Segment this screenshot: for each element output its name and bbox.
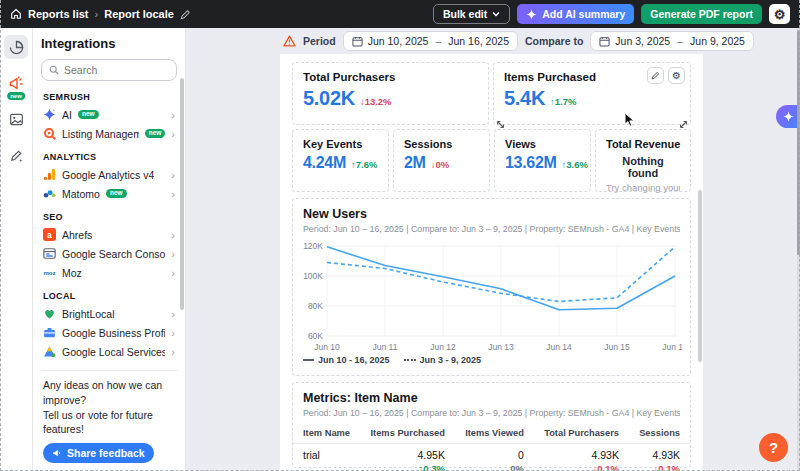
rail-ai-writer-button[interactable]: [4, 143, 28, 167]
sidebar-item-matomo[interactable]: Matomonew›: [41, 184, 177, 203]
column-header-item-name[interactable]: Item Name: [293, 423, 360, 444]
table-row[interactable]: trial4.95K↑0.3%00%4.93K↓0.1%4.93K↓0.1%: [293, 444, 690, 471]
resize-handle-icon[interactable]: [496, 120, 505, 129]
sidebar-item-label: Matomo: [62, 188, 100, 200]
sidebar-item-google-local-services-ads[interactable]: Google Local Services Ads›: [41, 342, 177, 361]
calendar-icon: [599, 36, 610, 47]
svg-text:Jun 16: Jun 16: [662, 342, 682, 352]
total-revenue-widget[interactable]: Total Revenue Nothing found Try changing…: [595, 129, 691, 192]
compare-end: Jun 9, 2025: [690, 35, 745, 47]
sidebar-item-label: Google Local Services Ads: [62, 346, 165, 358]
brightlocal-icon: [43, 307, 56, 320]
metrics-table: Item NameItems PurchasedItems ViewedTota…: [293, 423, 690, 471]
breadcrumb-reports-list[interactable]: Reports list: [28, 8, 89, 20]
svg-text:a: a: [47, 230, 52, 240]
period-start: Jun 10, 2025: [368, 35, 429, 47]
sidebar-item-listing-management[interactable]: Listing Managementnew›: [41, 124, 177, 143]
chevron-right-icon: ›: [171, 128, 175, 140]
compare-to-label: Compare to: [525, 35, 583, 47]
sessions-widget[interactable]: Sessions 2M ↓0%: [393, 129, 490, 192]
rail-new-badge: new: [6, 91, 26, 101]
gear-icon: ⚙: [774, 8, 786, 21]
sidebar-item-label: Google Search Console: [62, 248, 165, 260]
compare-date-range[interactable]: Jun 3, 2025 – Jun 9, 2025: [590, 31, 754, 51]
sidebar-item-google-business-profile[interactable]: Google Business Profile›: [41, 323, 177, 342]
items-purchased-widget[interactable]: Items Purchased 5.4K ↑1.7% ⚙: [493, 62, 691, 125]
new-badge: new: [78, 110, 99, 120]
edit-report-name-icon[interactable]: [180, 9, 191, 20]
legend-compare-period[interactable]: Jun 3 - 9, 2025: [404, 355, 482, 365]
metric-delta: ↑7.6%: [351, 159, 377, 170]
column-header-total-purchasers[interactable]: Total Purchasers: [534, 423, 629, 444]
key-events-widget[interactable]: Key Events 4.24M ↑7.6%: [292, 129, 389, 192]
svg-text:Jun 13: Jun 13: [488, 342, 514, 352]
chevron-right-icon: ›: [95, 8, 99, 20]
total-purchasers-widget[interactable]: Total Purchasers 5.02K ↓13.2%: [292, 62, 489, 125]
sidebar-item-moz[interactable]: mozMoz›: [41, 263, 177, 282]
column-header-sessions[interactable]: Sessions: [629, 423, 690, 444]
rail-media-button[interactable]: [4, 107, 28, 131]
google-business-profile-icon: [43, 326, 56, 339]
help-button[interactable]: ?: [759, 433, 788, 462]
sparkle-icon: [526, 9, 537, 20]
svg-text:120K: 120K: [303, 241, 323, 251]
svg-text:100K: 100K: [303, 271, 323, 281]
canvas-scrollbar[interactable]: [698, 190, 702, 362]
rail-reports-button[interactable]: [4, 35, 28, 59]
svg-text:Jun 12: Jun 12: [430, 342, 456, 352]
compare-start: Jun 3, 2025: [615, 35, 670, 47]
sidebar-item-ai[interactable]: AInew›: [41, 105, 177, 124]
ahrefs-icon: a: [43, 228, 56, 241]
generate-pdf-report-button[interactable]: Generate PDF report: [641, 4, 762, 24]
views-widget[interactable]: Views 13.62M ↑3.6%: [494, 129, 591, 192]
metric-value: 2M: [404, 154, 426, 172]
feedback-line2: Tell us or vote for future features!: [43, 408, 175, 437]
chevron-right-icon: ›: [171, 327, 175, 339]
share-feedback-button[interactable]: Share feedback: [43, 443, 154, 463]
sidebar-item-ahrefs[interactable]: aAhrefs›: [41, 225, 177, 244]
empty-state-hint: Try changing your ...: [606, 182, 680, 193]
resize-handle-icon[interactable]: [679, 120, 688, 129]
search-box[interactable]: [41, 59, 177, 81]
period-bar: Period Jun 10, 2025 – Jun 16, 2025 Compa…: [283, 31, 754, 51]
edit-widget-button[interactable]: [647, 67, 664, 84]
google-search-console-icon: [43, 247, 56, 260]
metric-cell: 4.95K↑0.3%: [360, 444, 455, 471]
bulk-edit-button[interactable]: Bulk edit: [433, 4, 510, 24]
period-date-range[interactable]: Jun 10, 2025 – Jun 16, 2025: [343, 31, 518, 51]
listing-management-icon: [43, 127, 56, 140]
breadcrumb-report-locale: Report locale: [104, 8, 174, 20]
main-area: Period Jun 10, 2025 – Jun 16, 2025 Compa…: [186, 28, 800, 471]
sidebar-item-brightlocal[interactable]: BrightLocal›: [41, 304, 177, 323]
metric-delta: ↑1.7%: [550, 96, 576, 107]
metric-value: 13.62M: [505, 154, 557, 172]
settings-gear-button[interactable]: ⚙: [769, 4, 790, 24]
ai-sparkle-icon: [43, 108, 56, 121]
column-header-items-purchased[interactable]: Items Purchased: [360, 423, 455, 444]
sparkle-icon: [783, 111, 794, 122]
sidebar-scrollbar[interactable]: [180, 78, 184, 310]
metrics-item-name-widget[interactable]: Metrics: Item Name Period: Jun 10 – 16, …: [292, 382, 691, 468]
column-header-items-viewed[interactable]: Items Viewed: [455, 423, 534, 444]
search-input[interactable]: [64, 64, 169, 76]
metrics-table-body: trial4.95K↑0.3%00%4.93K↓0.1%4.93K↓0.1%: [293, 444, 690, 471]
section-label-local: LOCAL: [43, 291, 175, 301]
chevron-down-icon: [492, 11, 500, 17]
home-icon[interactable]: [10, 8, 22, 20]
chevron-right-icon: ›: [171, 267, 175, 279]
sidebar-sections: SEMRUSHAInew›Listing Managementnew›ANALY…: [41, 83, 177, 370]
rail-integrations-button[interactable]: new: [4, 71, 28, 95]
report-canvas: Total Purchasers 5.02K ↓13.2% Items Purc…: [280, 54, 703, 471]
breadcrumb: Reports list › Report locale: [10, 8, 191, 20]
svg-text:Jun 10: Jun 10: [314, 342, 340, 352]
chart-title: New Users: [303, 207, 680, 221]
new-users-widget[interactable]: New Users Period: Jun 10 – 16, 2025 | Co…: [292, 198, 691, 376]
metric-cell: 4.93K↓0.1%: [629, 444, 690, 471]
svg-text:moz: moz: [43, 270, 55, 276]
legend-current-period[interactable]: Jun 10 - 16, 2025: [303, 355, 390, 365]
period-end: Jun 16, 2025: [448, 35, 509, 47]
widget-settings-button[interactable]: ⚙: [668, 67, 685, 84]
add-ai-summary-button[interactable]: Add AI summary: [517, 4, 634, 24]
sidebar-item-google-search-console[interactable]: Google Search Console›: [41, 244, 177, 263]
sidebar-item-google-analytics-v4[interactable]: Google Analytics v4›: [41, 165, 177, 184]
